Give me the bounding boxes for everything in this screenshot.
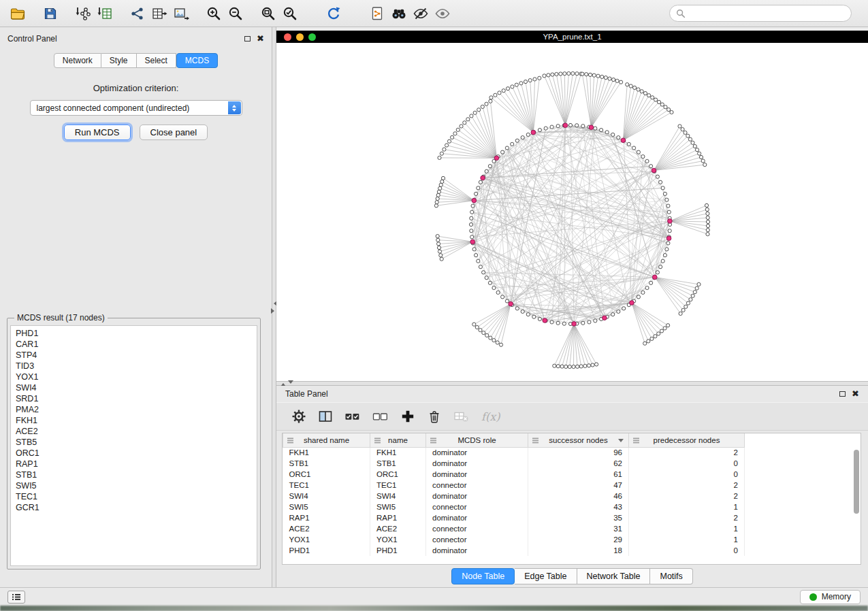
mcds-result-item[interactable]: SWI5 xyxy=(16,480,257,491)
graph-node[interactable] xyxy=(501,150,504,154)
automation-panel-button[interactable] xyxy=(7,591,25,604)
graph-leaf-node[interactable] xyxy=(560,365,564,368)
graph-leaf-node[interactable] xyxy=(543,74,546,78)
graph-leaf-node[interactable] xyxy=(489,336,492,340)
export-image-button[interactable] xyxy=(170,3,192,24)
graph-node[interactable] xyxy=(477,259,480,263)
graph-leaf-node[interactable] xyxy=(706,224,709,227)
graph-leaf-node[interactable] xyxy=(568,365,571,368)
node-table-row[interactable]: FKH1FKH1dominator962 xyxy=(283,447,853,458)
graph-leaf-node[interactable] xyxy=(447,139,451,143)
graph-node[interactable] xyxy=(649,165,653,168)
show-graphics-button[interactable] xyxy=(432,3,453,24)
graph-node[interactable] xyxy=(611,133,615,136)
graph-leaf-node[interactable] xyxy=(647,340,650,343)
graph-node[interactable] xyxy=(526,313,530,316)
graph-leaf-node[interactable] xyxy=(555,72,558,76)
graph-leaf-node[interactable] xyxy=(693,144,696,148)
tab-node-table[interactable]: Node Table xyxy=(451,568,515,584)
zoom-fit-button[interactable] xyxy=(257,3,279,24)
graph-leaf-node[interactable] xyxy=(686,134,690,137)
graph-dominator-node[interactable] xyxy=(666,236,671,241)
tab-network-table[interactable]: Network Table xyxy=(577,568,651,584)
graph-dominator-node[interactable] xyxy=(652,168,656,173)
graph-leaf-node[interactable] xyxy=(706,216,709,219)
graph-node[interactable] xyxy=(666,204,670,208)
graph-leaf-node[interactable] xyxy=(583,364,587,367)
node-table-row[interactable]: SWI5SWI5connector431 xyxy=(283,501,853,512)
graph-node[interactable] xyxy=(470,229,473,233)
graph-dominator-node[interactable] xyxy=(509,301,513,306)
graph-leaf-node[interactable] xyxy=(663,327,666,330)
node-table-row[interactable]: TEC1TEC1connector472 xyxy=(283,480,853,491)
node-table-row[interactable]: ACE2ACE2connector311 xyxy=(283,523,853,534)
graph-node[interactable] xyxy=(477,186,480,190)
graph-leaf-node[interactable] xyxy=(588,73,592,76)
graph-node[interactable] xyxy=(666,242,670,245)
node-table-row[interactable]: SWI4SWI4dominator462 xyxy=(283,491,853,501)
column-header-predecessor-nodes[interactable]: predecessor nodes xyxy=(629,433,745,447)
graph-dominator-node[interactable] xyxy=(621,138,626,143)
graph-node[interactable] xyxy=(611,313,615,316)
graph-dominator-node[interactable] xyxy=(494,156,499,161)
graph-leaf-node[interactable] xyxy=(681,128,684,131)
graph-node[interactable] xyxy=(544,127,547,130)
graph-node[interactable] xyxy=(475,192,478,195)
graph-leaf-node[interactable] xyxy=(647,94,651,97)
search-input[interactable] xyxy=(690,9,845,18)
mcds-result-item[interactable]: ACE2 xyxy=(16,426,257,437)
graph-leaf-node[interactable] xyxy=(494,93,497,97)
graph-dominator-node[interactable] xyxy=(563,123,568,128)
graph-leaf-node[interactable] xyxy=(657,100,660,103)
tab-select[interactable]: Select xyxy=(137,53,176,68)
graph-node[interactable] xyxy=(656,175,659,178)
graph-leaf-node[interactable] xyxy=(660,329,663,333)
graph-node[interactable] xyxy=(532,315,536,318)
graph-leaf-node[interactable] xyxy=(657,332,660,335)
graph-node[interactable] xyxy=(645,286,649,290)
graph-leaf-node[interactable] xyxy=(563,72,566,76)
graph-leaf-node[interactable] xyxy=(654,335,657,338)
graph-leaf-node[interactable] xyxy=(547,73,550,77)
graph-leaf-node[interactable] xyxy=(571,71,575,75)
graph-leaf-node[interactable] xyxy=(600,75,604,78)
graph-node[interactable] xyxy=(501,295,504,299)
graph-node[interactable] xyxy=(641,291,645,294)
mcds-result-item[interactable]: STB5 xyxy=(16,437,257,448)
graph-leaf-node[interactable] xyxy=(706,220,709,223)
graph-leaf-node[interactable] xyxy=(556,365,560,368)
open-file-button[interactable] xyxy=(7,3,29,24)
graph-leaf-node[interactable] xyxy=(693,291,696,294)
zoom-window-button[interactable] xyxy=(308,33,316,41)
mcds-result-item[interactable]: TEC1 xyxy=(16,491,257,502)
dropdown-stepper-icon[interactable] xyxy=(228,101,241,114)
graph-node[interactable] xyxy=(470,235,474,239)
graph-leaf-node[interactable] xyxy=(706,212,709,215)
graph-leaf-node[interactable] xyxy=(443,148,446,151)
node-table-row[interactable]: STB1STB1dominator620 xyxy=(283,458,853,469)
graph-leaf-node[interactable] xyxy=(524,80,527,84)
graph-node[interactable] xyxy=(617,136,620,139)
graph-leaf-node[interactable] xyxy=(615,79,619,82)
mcds-result-item[interactable]: PMA2 xyxy=(16,404,257,415)
graph-dominator-node[interactable] xyxy=(630,301,634,306)
mcds-result-item[interactable]: SRD1 xyxy=(16,393,257,404)
search-box[interactable] xyxy=(669,5,852,22)
mcds-result-item[interactable]: SWI4 xyxy=(16,382,257,393)
graph-leaf-node[interactable] xyxy=(667,108,671,112)
mcds-result-item[interactable]: FKH1 xyxy=(16,415,257,426)
graph-node[interactable] xyxy=(661,259,664,263)
tab-network[interactable]: Network xyxy=(54,53,101,68)
graph-node[interactable] xyxy=(505,299,509,303)
graph-node[interactable] xyxy=(637,295,640,299)
graph-leaf-node[interactable] xyxy=(651,96,654,99)
graph-leaf-node[interactable] xyxy=(699,155,703,159)
graph-node[interactable] xyxy=(668,229,671,233)
graph-node[interactable] xyxy=(475,254,478,257)
refresh-layout-button[interactable] xyxy=(323,3,344,24)
graph-leaf-node[interactable] xyxy=(489,96,493,99)
graph-leaf-node[interactable] xyxy=(664,105,667,109)
graph-leaf-node[interactable] xyxy=(596,74,600,78)
import-network-button[interactable] xyxy=(72,3,94,24)
graph-node[interactable] xyxy=(470,210,474,214)
